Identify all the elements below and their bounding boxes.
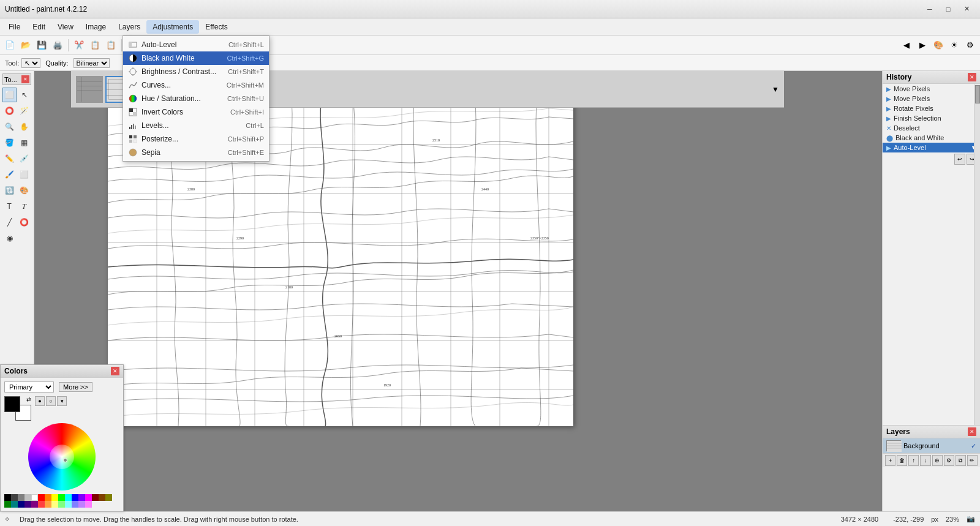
palette-pink[interactable] xyxy=(85,501,92,508)
history-item-0[interactable]: ▶ Move Pixels xyxy=(883,84,980,94)
thumb-1[interactable] xyxy=(76,76,103,103)
tool-text[interactable]: T xyxy=(2,199,17,214)
tool-brush[interactable]: 🖌️ xyxy=(2,167,17,182)
tool-line[interactable]: ╱ xyxy=(2,215,17,230)
history-item-1[interactable]: ▶ Move Pixels xyxy=(883,94,980,103)
tool-shapes[interactable]: ⭕ xyxy=(18,215,32,230)
history-scrollbar[interactable] xyxy=(974,85,980,425)
palette-teal[interactable] xyxy=(11,501,18,508)
palette-black[interactable] xyxy=(4,494,11,501)
palette-lightcyan[interactable] xyxy=(65,501,72,508)
palette-indigo[interactable] xyxy=(24,501,31,508)
palette-white[interactable] xyxy=(31,494,38,501)
tool-select[interactable]: ↖ xyxy=(21,58,40,68)
tb-settings[interactable]: ⚙ xyxy=(963,38,978,53)
tool-selection-advanced[interactable]: ◉ xyxy=(2,231,17,246)
tool-rectangle-select[interactable]: ⬜ xyxy=(2,88,17,102)
tb-print[interactable]: 🖨️ xyxy=(50,38,65,53)
tool-color-picker[interactable]: 💉 xyxy=(18,151,32,166)
adj-auto-level[interactable]: Auto-Level Ctrl+Shift+L xyxy=(123,38,269,51)
tool-move[interactable]: ↖ xyxy=(18,88,32,102)
adj-invert-colors[interactable]: Invert Colors Ctrl+Shift+I xyxy=(123,105,269,119)
tb-paste[interactable]: 📋 xyxy=(104,38,118,53)
palette-lavender[interactable] xyxy=(78,501,85,508)
layer-dupe-btn[interactable]: ⧉ xyxy=(956,455,966,466)
tool-eraser[interactable]: ⬜ xyxy=(18,167,32,182)
layers-close-btn[interactable]: ✕ xyxy=(968,427,976,436)
layer-add-btn[interactable]: + xyxy=(885,455,895,466)
palette-orange[interactable] xyxy=(45,494,51,501)
quality-select[interactable]: Bilinear xyxy=(74,58,110,68)
layer-delete-btn[interactable]: 🗑 xyxy=(897,455,907,466)
palette-silver[interactable] xyxy=(24,494,31,501)
menu-image[interactable]: Image xyxy=(80,20,112,34)
history-item-6[interactable]: ▶ Auto-Level ▼ xyxy=(883,143,980,152)
history-item-2[interactable]: ▶ Rotate Pixels xyxy=(883,103,980,113)
tb-copy[interactable]: 📋 xyxy=(88,38,102,53)
history-item-3[interactable]: ▶ Finish Selection xyxy=(883,113,980,123)
palette-brown[interactable] xyxy=(99,494,105,501)
palette-lightyellow[interactable] xyxy=(51,501,58,508)
palette-lightgreen[interactable] xyxy=(58,501,65,508)
tool-recolor[interactable]: 🎨 xyxy=(18,183,32,198)
tb-palette[interactable]: 🎨 xyxy=(931,38,946,53)
tool-magic-wand[interactable]: 🪄 xyxy=(18,103,32,118)
menu-adjustments[interactable]: Adjustments xyxy=(146,20,199,34)
tool-clone[interactable]: 🔃 xyxy=(2,183,17,198)
layer-edit-btn[interactable]: ✏ xyxy=(967,455,978,466)
adj-posterize[interactable]: Posterize... Ctrl+Shift+P xyxy=(123,132,269,146)
menu-layers[interactable]: Layers xyxy=(112,20,146,34)
thumb-expand[interactable]: ▼ xyxy=(772,85,779,94)
color-mode-btn-2[interactable]: ○ xyxy=(46,396,56,406)
adj-black-and-white[interactable]: Black and White Ctrl+Shift+G xyxy=(123,51,269,65)
tool-paint-bucket[interactable]: 🪣 xyxy=(2,135,17,150)
palette-gray[interactable] xyxy=(18,494,24,501)
colors-close-btn[interactable]: ✕ xyxy=(111,367,119,375)
palette-yellow[interactable] xyxy=(51,494,58,501)
toolbox-close[interactable]: ✕ xyxy=(21,75,29,83)
palette-navy[interactable] xyxy=(18,501,24,508)
color-wheel[interactable] xyxy=(28,423,96,490)
palette-maroon[interactable] xyxy=(92,494,99,501)
tb-open[interactable]: 📂 xyxy=(18,38,33,53)
tool-lasso[interactable]: ⭕ xyxy=(2,103,17,118)
history-item-5[interactable]: ⬤ Black and White xyxy=(883,133,980,143)
palette-lightred[interactable] xyxy=(38,501,45,508)
tb-forward[interactable]: ▶ xyxy=(915,38,930,53)
history-scrollbar-thumb[interactable] xyxy=(975,85,980,103)
layer-item-0[interactable]: Background ✓ xyxy=(883,438,980,453)
tool-text-special[interactable]: 𝑇 xyxy=(18,199,32,214)
history-item-4[interactable]: ✕ Deselect xyxy=(883,123,980,133)
color-mode-btn-1[interactable]: ● xyxy=(35,396,45,406)
maximize-button[interactable]: □ xyxy=(940,3,957,15)
palette-green[interactable] xyxy=(4,501,11,508)
swap-colors-icon[interactable]: ⇄ xyxy=(26,396,31,402)
adj-curves[interactable]: Curves... Ctrl+Shift+M xyxy=(123,78,269,92)
tool-zoom[interactable]: 🔍 xyxy=(2,119,17,134)
adj-hue-saturation[interactable]: Hue / Saturation... Ctrl+Shift+U xyxy=(123,92,269,105)
tb-cut[interactable]: ✂️ xyxy=(72,38,86,53)
tb-back[interactable]: ◀ xyxy=(899,38,914,53)
close-button[interactable]: ✕ xyxy=(958,3,975,15)
colors-primary-select[interactable]: Primary Secondary xyxy=(4,381,54,393)
minimize-button[interactable]: ─ xyxy=(921,3,938,15)
palette-blue[interactable] xyxy=(72,494,78,501)
menu-file[interactable]: File xyxy=(2,20,26,34)
palette-cyan[interactable] xyxy=(65,494,72,501)
palette-purple[interactable] xyxy=(78,494,85,501)
palette-lime[interactable] xyxy=(58,494,65,501)
color-mode-btn-3[interactable]: ▾ xyxy=(57,396,67,406)
adj-sepia[interactable]: Sepia Ctrl+Shift+E xyxy=(123,146,269,159)
menu-edit[interactable]: Edit xyxy=(26,20,51,34)
palette-red[interactable] xyxy=(38,494,45,501)
layer-properties-btn[interactable]: ⚙ xyxy=(944,455,954,466)
palette-darkgray[interactable] xyxy=(11,494,18,501)
swatch-foreground[interactable] xyxy=(4,396,20,412)
layer-merge-btn[interactable]: ⊕ xyxy=(932,455,943,466)
adj-brightness-contrast[interactable]: Brightness / Contrast... Ctrl+Shift+T xyxy=(123,65,269,78)
layer-check-0[interactable]: ✓ xyxy=(971,442,976,450)
palette-darkmagenta[interactable] xyxy=(31,501,38,508)
layer-down-btn[interactable]: ↓ xyxy=(920,455,930,466)
tool-pencil[interactable]: ✏️ xyxy=(2,151,17,166)
menu-effects[interactable]: Effects xyxy=(199,20,233,34)
